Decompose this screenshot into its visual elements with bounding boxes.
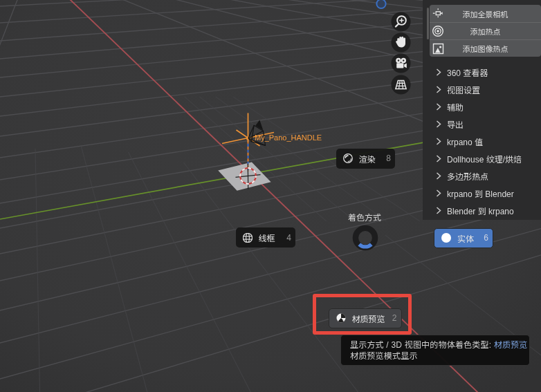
svg-text:My_Pano_HANDLE: My_Pano_HANDLE <box>255 133 322 142</box>
